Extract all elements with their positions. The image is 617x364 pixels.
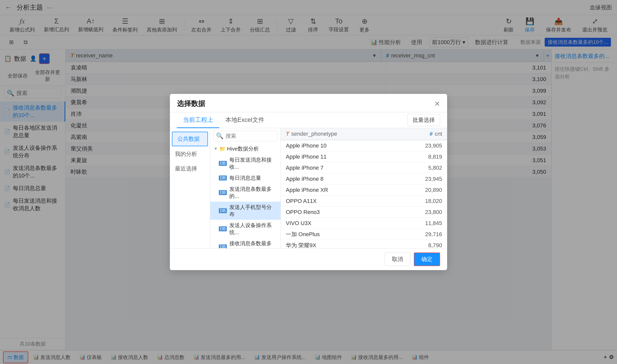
modal-cell-type-3: Apple iPhone 8 (281, 176, 388, 182)
modal-cell-type-6: OPPO Reno3 (281, 209, 388, 215)
modal-table-rows: Apple iPhone 10 23,905 Apple iPhone 11 8… (281, 140, 447, 248)
modal-cell-cnt-6: 23,800 (388, 209, 447, 215)
tree-search-input[interactable] (226, 133, 281, 139)
tree-node-child-0-0[interactable]: DB每日发送消息和接收... (210, 154, 281, 172)
modal-cell-type-9: 华为 荣耀9X (281, 242, 388, 248)
modal-nav-item-1[interactable]: 我的分析 (170, 147, 210, 161)
tree-search-icon: 🔍 (216, 132, 224, 139)
modal-cell-type-8: 一加 OnePlus (281, 231, 388, 238)
modal-header: 选择数据 ✕ (170, 94, 447, 112)
tree-node-child-0-1[interactable]: DB每日消息总量 (210, 172, 281, 184)
modal-cell-type-4: Apple iPhone XR (281, 187, 388, 193)
modal-body: 公共数据我的分析最近选择 🔍 ⚙ ▼📁Hive数据分析DB每日发送消息和接收..… (170, 128, 447, 248)
modal-tab-current[interactable]: 当前工程上 (177, 112, 219, 128)
modal-cell-type-0: Apple iPhone 10 (281, 142, 388, 149)
tree-node-child-0-4[interactable]: DB发送人设备操作系统... (210, 220, 281, 238)
modal-tabs: 当前工程上 本地Excel文件 批量选择 (170, 112, 447, 128)
preview-col1-header: T sender_phonetype (281, 131, 388, 137)
modal-table-row-1: Apple iPhone 11 8,819 (281, 151, 447, 162)
modal-table-row-0: Apple iPhone 10 23,905 (281, 140, 447, 151)
modal-table-row-7: VIVO U3X 11,845 (281, 218, 447, 229)
modal-cell-cnt-1: 8,819 (388, 154, 447, 160)
modal-table-row-3: Apple iPhone 8 23,945 (281, 173, 447, 185)
db-tag-0-4: DB (219, 226, 227, 231)
db-tag-0-2: DB (219, 190, 227, 195)
modal-confirm-btn[interactable]: 确定 (414, 252, 440, 266)
db-tag-0-3: DB (219, 208, 227, 213)
modal-cancel-btn[interactable]: 取消 (385, 252, 410, 266)
modal-preview-table: T sender_phonetype # cnt Apple iPhone 10… (281, 128, 447, 248)
modal-tree: 🔍 ⚙ ▼📁Hive数据分析DB每日发送消息和接收...DB每日消息总量DB发送… (210, 128, 281, 248)
modal-overlay: 选择数据 ✕ 当前工程上 本地Excel文件 批量选择 公共数据我的分析最近选择… (0, 0, 617, 364)
modal-nav: 公共数据我的分析最近选择 (170, 128, 210, 248)
tree-node-child-label-0-3: 发送人手机型号分布 (229, 204, 277, 218)
modal-close-btn[interactable]: ✕ (434, 100, 440, 108)
db-tag-0-0: DB (219, 161, 227, 166)
db-tag-0-1: DB (219, 175, 227, 180)
preview-col1-type: T (286, 131, 289, 137)
tree-node-child-label-0-5: 接收消息条数最多的... (229, 240, 277, 248)
modal-nav-item-2[interactable]: 最近选择 (170, 162, 210, 175)
modal-cell-type-7: VIVO U3X (281, 220, 388, 227)
modal-table-header: T sender_phonetype # cnt (281, 128, 447, 140)
tree-node-child-label-0-2: 发送消息条数最多的... (229, 186, 277, 200)
modal-title: 选择数据 (177, 99, 205, 108)
modal: 选择数据 ✕ 当前工程上 本地Excel文件 批量选择 公共数据我的分析最近选择… (170, 94, 447, 270)
tree-node-child-label-0-1: 每日消息总量 (229, 174, 261, 181)
modal-cell-cnt-5: 18,020 (388, 198, 447, 204)
modal-cell-type-1: Apple iPhone 11 (281, 154, 388, 160)
folder-icon-0: 📁 (219, 146, 226, 152)
modal-batch-select-btn[interactable]: 批量选择 (407, 114, 440, 126)
modal-cell-type-5: OPPO A11X (281, 198, 388, 204)
modal-tree-content: ▼📁Hive数据分析DB每日发送消息和接收...DB每日消息总量DB发送消息条数… (210, 143, 281, 248)
tree-node-child-0-3[interactable]: DB发送人手机型号分布 (210, 202, 281, 220)
tree-node-root-0[interactable]: ▼📁Hive数据分析 (210, 143, 281, 154)
tree-node-label-0: Hive数据分析 (227, 145, 259, 152)
preview-col2-header: # cnt (388, 131, 447, 137)
modal-cell-cnt-3: 23,945 (388, 176, 447, 182)
db-tag-0-5: DB (219, 244, 227, 248)
modal-cell-cnt-9: 8,790 (388, 242, 447, 248)
modal-cell-type-2: Apple iPhone 7 (281, 165, 388, 171)
modal-table-row-5: OPPO A11X 18,020 (281, 196, 447, 207)
modal-cell-cnt-0: 23,905 (388, 142, 447, 149)
tree-node-child-label-0-0: 每日发送消息和接收... (229, 156, 277, 170)
tree-search: 🔍 ⚙ (213, 131, 277, 141)
modal-nav-item-0[interactable]: 公共数据 (172, 132, 208, 146)
modal-tab-local[interactable]: 本地Excel文件 (219, 112, 270, 128)
tree-node-child-0-5[interactable]: DB接收消息条数最多的... (210, 238, 281, 248)
modal-table-row-9: 华为 荣耀9X 8,790 (281, 240, 447, 248)
modal-table-row-4: Apple iPhone XR 20,890 (281, 185, 447, 196)
tree-node-child-0-2[interactable]: DB发送消息条数最多的... (210, 184, 281, 202)
modal-cell-cnt-7: 11,845 (388, 220, 447, 227)
modal-table-row-8: 一加 OnePlus 29,716 (281, 229, 447, 240)
modal-table-row-2: Apple iPhone 7 5,802 (281, 162, 447, 173)
modal-footer: 取消 确定 (170, 248, 447, 270)
preview-col2-type: # (429, 131, 433, 137)
modal-cell-cnt-8: 29,716 (388, 231, 447, 238)
modal-table-row-6: OPPO Reno3 23,800 (281, 207, 447, 218)
chevron-icon-0: ▼ (214, 147, 218, 151)
modal-cell-cnt-2: 5,802 (388, 165, 447, 171)
tree-node-child-label-0-4: 发送人设备操作系统... (229, 222, 277, 236)
modal-cell-cnt-4: 20,890 (388, 187, 447, 193)
